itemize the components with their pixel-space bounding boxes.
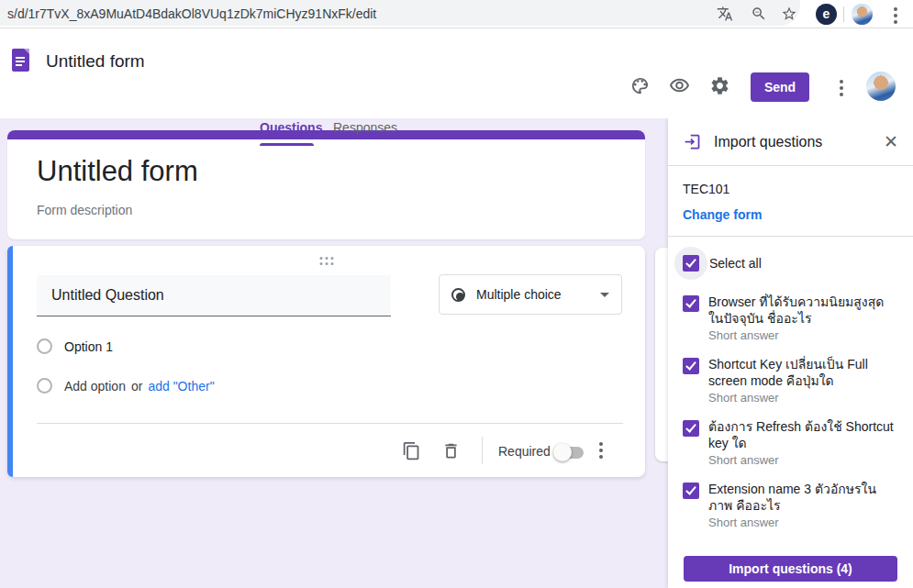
question-text: Extension name 3 ตัวอักษรในภาพ คืออะไร xyxy=(708,481,898,514)
source-form-name: TEC101 xyxy=(683,182,898,196)
or-label: or xyxy=(131,379,142,394)
browser-profile-avatar[interactable] xyxy=(852,4,873,25)
google-forms-logo-icon[interactable] xyxy=(12,49,29,72)
active-tab-underline xyxy=(260,143,314,146)
question-checkbox[interactable] xyxy=(683,295,699,312)
form-description-field[interactable]: Form description xyxy=(37,203,132,217)
browser-menu-icon[interactable] xyxy=(894,7,897,24)
add-option-row[interactable]: Add option or add "Other" xyxy=(37,378,215,394)
change-form-link[interactable]: Change form xyxy=(683,207,898,222)
tab-responses[interactable]: Responses xyxy=(333,120,397,135)
close-icon[interactable]: ✕ xyxy=(884,133,898,150)
import-question-item[interactable]: Browser ที่ได้รับความนิยมสูงสุดในปัจจุบั… xyxy=(683,294,898,342)
question-text: Browser ที่ได้รับความนิยมสูงสุดในปัจจุบั… xyxy=(708,294,898,327)
settings-gear-icon[interactable] xyxy=(707,72,732,98)
form-title-card[interactable]: Untitled form Form description xyxy=(7,130,645,239)
import-question-item[interactable]: Extension name 3 ตัวอักษรในภาพ คืออะไร S… xyxy=(683,481,898,529)
add-option-radio-icon xyxy=(37,378,52,394)
question-type: Short answer xyxy=(708,391,898,405)
theme-palette-icon[interactable] xyxy=(627,72,652,98)
panel-header: Import questions ✕ xyxy=(668,118,913,166)
question-footer-divider xyxy=(37,423,623,424)
add-option-label[interactable]: Add option xyxy=(64,379,126,394)
toolbar-divider xyxy=(843,6,844,22)
import-questions-panel: Import questions ✕ TEC101 Change form Se… xyxy=(668,118,913,588)
browser-toolbar: s/d/1r7TvX_8xA9MuAtD4BdakOl8VUq1zDk7miCH… xyxy=(0,0,913,28)
select-all-label: Select all xyxy=(709,256,762,271)
question-text: Shortcut Key เปลี่ยนเป็น Full screen mod… xyxy=(708,356,898,389)
multiple-choice-icon xyxy=(451,288,465,302)
checkbox-halo xyxy=(674,247,707,280)
question-type: Short answer xyxy=(708,516,898,529)
form-card-accent-bar xyxy=(7,130,645,139)
extension-badge-icon[interactable]: e xyxy=(816,4,837,25)
import-questions-button[interactable]: Import questions (4) xyxy=(684,556,897,582)
add-other-link[interactable]: add "Other" xyxy=(148,379,214,394)
translate-icon[interactable] xyxy=(717,6,733,22)
tab-questions[interactable]: Questions xyxy=(260,120,322,135)
required-toggle[interactable] xyxy=(555,447,584,459)
form-title-header[interactable]: Untitled form xyxy=(46,51,145,72)
form-title-field[interactable]: Untitled form xyxy=(37,155,198,188)
zoom-out-icon[interactable] xyxy=(751,6,767,22)
question-checkbox[interactable] xyxy=(683,420,699,437)
google-forms-editor: s/d/1r7TvX_8xA9MuAtD4BdakOl8VUq1zDk7miCH… xyxy=(0,0,913,588)
option-label[interactable]: Option 1 xyxy=(64,339,113,354)
import-questions-icon xyxy=(683,132,702,151)
question-type-value: Multiple choice xyxy=(476,287,562,302)
select-all-row[interactable]: Select all xyxy=(674,247,898,280)
account-avatar[interactable] xyxy=(866,72,896,101)
source-form-info: TEC101 Change form xyxy=(668,166,913,237)
question-type-dropdown[interactable]: Multiple choice xyxy=(439,274,622,315)
option-radio-icon xyxy=(37,338,52,354)
bookmark-star-icon[interactable] xyxy=(781,6,797,22)
option-row-1[interactable]: Option 1 xyxy=(37,338,113,354)
drag-handle-icon[interactable] xyxy=(319,257,333,265)
forms-app-header: Untitled form Send Questions Responses xyxy=(0,28,913,118)
chevron-down-icon xyxy=(600,293,609,297)
question-title-input[interactable]: Untitled Question xyxy=(37,275,391,316)
preview-eye-icon[interactable] xyxy=(666,72,692,98)
select-all-checkbox[interactable] xyxy=(683,255,699,272)
form-more-options-icon[interactable] xyxy=(840,80,843,96)
required-label: Required xyxy=(498,444,551,459)
import-question-item[interactable]: Shortcut Key เปลี่ยนเป็น Full screen mod… xyxy=(683,356,898,405)
send-button[interactable]: Send xyxy=(751,72,809,102)
import-question-item[interactable]: ต้องการ Refresh ต้องใช้ Shortcut key ใด … xyxy=(683,418,898,467)
address-bar-url[interactable]: s/d/1r7TvX_8xA9MuAtD4BdakOl8VUq1zDk7miCH… xyxy=(7,6,376,21)
question-checkbox[interactable] xyxy=(683,483,699,499)
delete-trash-icon[interactable] xyxy=(439,438,462,462)
active-question-indicator xyxy=(7,246,13,477)
panel-title: Import questions xyxy=(714,134,822,150)
question-type: Short answer xyxy=(708,328,898,342)
footer-divider xyxy=(482,437,483,464)
question-text: ต้องการ Refresh ต้องใช้ Shortcut key ใด xyxy=(708,418,898,451)
question-type: Short answer xyxy=(708,453,898,467)
question-checkbox[interactable] xyxy=(683,358,699,374)
duplicate-icon[interactable] xyxy=(399,438,423,462)
question-more-options-icon[interactable] xyxy=(599,442,603,459)
